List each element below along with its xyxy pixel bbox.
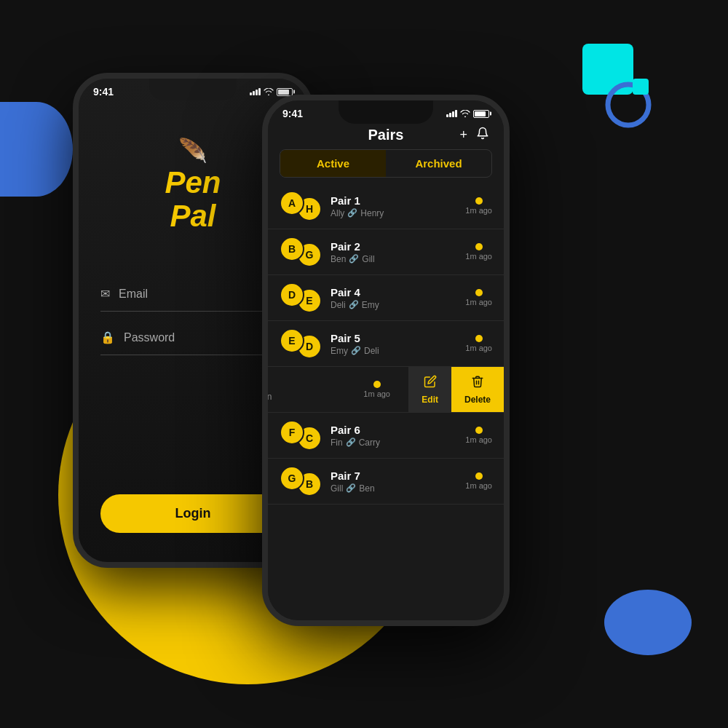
pair-time-text-3: 1m ago	[363, 389, 390, 398]
pair-time-text-5: 1m ago	[465, 344, 492, 352]
pair-info-6: Pair 6 Fin 🔗 Carry	[331, 424, 465, 448]
pair-time-4: 1m ago	[465, 289, 492, 306]
password-label: Password	[124, 331, 175, 344]
pair-avatars-6: F C	[280, 420, 322, 451]
link-icon: 🔗	[349, 254, 359, 264]
pair-item-6[interactable]: F C Pair 6 Fin 🔗 Carry 1m ago	[268, 413, 504, 459]
status-dot	[475, 289, 483, 296]
tab-archived[interactable]: Archived	[386, 150, 491, 177]
pair-info-2: Pair 2 Ben 🔗 Gill	[331, 240, 465, 264]
pair-item-3[interactable]: C F air 3 arry 🔗 Fin 1m ago	[268, 367, 402, 412]
pair-time-text-6: 1m ago	[465, 435, 492, 444]
password-field[interactable]: 🔒 Password	[100, 320, 285, 355]
pairs-title: Pairs	[368, 127, 404, 143]
pair-avatars-2: B G	[280, 237, 322, 267]
pair-members-1: Ally 🔗 Henry	[331, 208, 465, 218]
pair-item-5[interactable]: E D Pair 5 Emy 🔗 Deli 1m ago	[268, 321, 504, 367]
link-icon: 🔗	[351, 346, 361, 355]
link-icon: 🔗	[346, 483, 356, 493]
pairs-status-icons	[446, 110, 489, 118]
pair-name-5: Pair 5	[331, 332, 465, 344]
pair-item-4[interactable]: D E Pair 4 Deli 🔗 Emy 1m ago	[268, 275, 504, 321]
link-icon: 🔗	[347, 208, 357, 218]
edit-label: Edit	[422, 395, 438, 405]
avatar-G: G	[280, 466, 304, 491]
pair-time-text-1: 1m ago	[465, 206, 492, 215]
pair-time-7: 1m ago	[465, 472, 492, 490]
swipe-edit-button[interactable]: Edit	[408, 367, 451, 412]
avatar-A: A	[280, 191, 304, 215]
pairs-phone-notch	[339, 100, 433, 124]
pair-name-1: Pair 1	[331, 194, 465, 207]
pair-members-2: Ben 🔗 Gill	[331, 254, 465, 264]
email-field[interactable]: ✉ Email	[100, 277, 285, 312]
status-dot	[475, 427, 483, 434]
pair-members-4: Deli 🔗 Emy	[331, 300, 465, 310]
pair-info-3: air 3 arry 🔗 Fin	[268, 378, 363, 402]
pairs-time: 9:41	[282, 108, 303, 119]
delete-icon	[471, 375, 484, 392]
login-button[interactable]: Login	[100, 494, 285, 533]
pair-time-1: 1m ago	[465, 197, 492, 215]
penpal-logo: 🪶 Pen Pal	[165, 137, 221, 233]
pair-name-7: Pair 7	[331, 470, 465, 482]
pair-time-2: 1m ago	[465, 243, 492, 261]
signal-icon	[446, 110, 457, 117]
edit-icon	[424, 375, 437, 392]
pair-name-4: Pair 4	[331, 286, 465, 298]
add-icon[interactable]: +	[459, 127, 467, 143]
pairs-list: A H Pair 1 Ally 🔗 Henry 1m ago	[268, 183, 504, 620]
pairs-header: Pairs +	[268, 119, 504, 149]
avatar-F2: F	[280, 420, 304, 445]
pair-avatars-4: D E	[280, 282, 322, 313]
email-label: Email	[119, 288, 148, 301]
pair-time-text-2: 1m ago	[465, 252, 492, 261]
battery-icon	[473, 110, 489, 118]
login-status-icons	[250, 88, 293, 96]
delete-label: Delete	[464, 395, 491, 405]
login-button-area: Login	[100, 494, 285, 533]
pair-name-3: air 3	[268, 378, 363, 390]
status-dot	[373, 381, 381, 388]
pair-time-6: 1m ago	[465, 427, 492, 444]
status-dot	[475, 335, 483, 342]
avatar-B: B	[280, 237, 304, 261]
pair-time-text-4: 1m ago	[465, 298, 492, 306]
pair-avatars-5: E D	[280, 328, 322, 359]
battery-icon	[277, 88, 293, 96]
signal-icon	[250, 88, 261, 95]
pair-time-5: 1m ago	[465, 335, 492, 352]
tab-active[interactable]: Active	[280, 150, 386, 177]
swipe-delete-button[interactable]: Delete	[451, 367, 504, 412]
swipe-actions: Edit Delete	[408, 367, 504, 412]
wifi-icon	[264, 88, 274, 95]
avatar-E2: E	[280, 328, 304, 353]
pair-time-text-7: 1m ago	[465, 481, 492, 490]
pair-item-2[interactable]: B G Pair 2 Ben 🔗 Gill 1m ago	[268, 229, 504, 275]
pairs-header-icons: +	[459, 127, 489, 143]
phones-wrapper: 9:41	[0, 0, 728, 728]
pair-name-6: Pair 6	[331, 424, 465, 436]
pair-members-3: arry 🔗 Fin	[268, 392, 363, 402]
link-icon: 🔗	[346, 438, 356, 447]
pair-item-7[interactable]: G B Pair 7 Gill 🔗 Ben 1m ago	[268, 459, 504, 505]
feather-icon: 🪶	[165, 137, 221, 165]
bell-icon[interactable]	[476, 127, 489, 143]
login-phone-notch	[149, 79, 237, 100]
status-dot	[475, 243, 483, 250]
pair-item-1[interactable]: A H Pair 1 Ally 🔗 Henry 1m ago	[268, 183, 504, 229]
pair-members-6: Fin 🔗 Carry	[331, 438, 465, 448]
penpal-logo-text: Pen Pal	[165, 166, 221, 233]
pair-info-4: Pair 4 Deli 🔗 Emy	[331, 286, 465, 310]
pairs-tabs: Active Archived	[280, 149, 492, 178]
pair-avatars-1: A H	[280, 191, 322, 221]
pairs-phone: 9:41	[262, 95, 510, 626]
pair-members-5: Emy 🔗 Deli	[331, 346, 465, 356]
pair-time-3: 1m ago	[363, 381, 390, 398]
pair-name-2: Pair 2	[331, 240, 465, 253]
email-icon: ✉	[100, 287, 110, 301]
pair-item-3-wrapper: C F air 3 arry 🔗 Fin 1m ago	[268, 367, 504, 413]
pair-info-1: Pair 1 Ally 🔗 Henry	[331, 194, 465, 218]
pair-members-7: Gill 🔗 Ben	[331, 483, 465, 494]
login-time: 9:41	[93, 86, 114, 98]
